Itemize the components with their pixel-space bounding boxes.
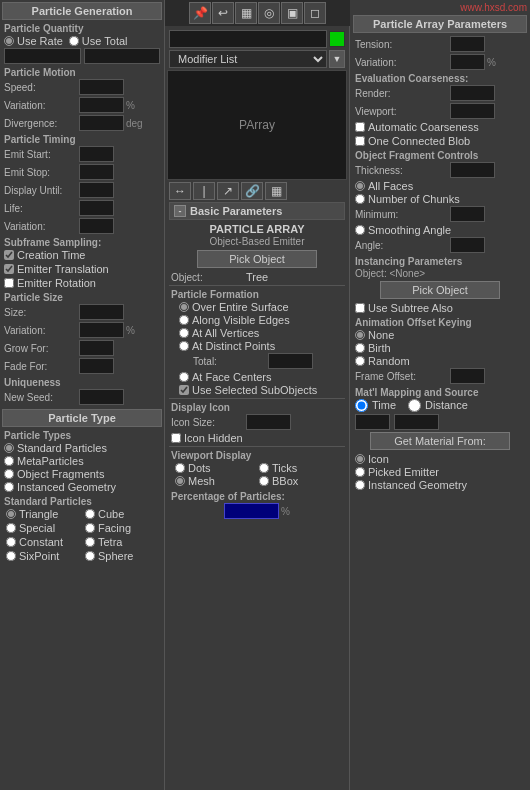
- standard-label: Standard Particles: [17, 442, 107, 454]
- mesh-radio[interactable]: [175, 476, 185, 486]
- num-chunks-radio[interactable]: [355, 194, 365, 204]
- size-input[interactable]: 0,022m: [79, 304, 124, 320]
- icon-square[interactable]: ◻: [304, 2, 326, 24]
- name-input[interactable]: PArray01: [169, 30, 327, 48]
- collapse-header[interactable]: - Basic Parameters: [169, 202, 345, 220]
- triangle-radio[interactable]: [6, 509, 16, 519]
- dropdown-arrow[interactable]: ▼: [329, 50, 345, 68]
- time-value-input[interactable]: 30: [355, 414, 390, 430]
- smoothing-radio[interactable]: [355, 225, 365, 235]
- use-rate-radio[interactable]: [4, 36, 14, 46]
- mesh-label: Mesh: [188, 475, 215, 487]
- icon-panel[interactable]: ▣: [281, 2, 303, 24]
- picked-emitter-radio[interactable]: [355, 467, 365, 477]
- render-input[interactable]: 0,017m: [450, 85, 495, 101]
- size-variation-input[interactable]: 1,14: [79, 322, 124, 338]
- object-value: Tree: [246, 271, 268, 283]
- sphere-radio[interactable]: [85, 551, 95, 561]
- sixpoint-radio[interactable]: [6, 551, 16, 561]
- total-input[interactable]: 812: [84, 48, 161, 64]
- icon-size-input[interactable]: 1,201m: [246, 414, 291, 430]
- vp-btn-link[interactable]: 🔗: [241, 182, 263, 200]
- meta-radio[interactable]: [4, 456, 14, 466]
- object-label: Object:: [171, 272, 246, 283]
- at-face-centers-radio[interactable]: [179, 372, 189, 382]
- none-anim-radio[interactable]: [355, 330, 365, 340]
- total-input[interactable]: 20: [268, 353, 313, 369]
- icon-circle[interactable]: ◎: [258, 2, 280, 24]
- special-row: Special: [4, 522, 81, 534]
- cube-radio[interactable]: [85, 509, 95, 519]
- emitter-translation-check[interactable]: [4, 264, 14, 274]
- emit-stop-input[interactable]: 30: [79, 164, 114, 180]
- tetra-radio[interactable]: [85, 537, 95, 547]
- icon-pin[interactable]: 📌: [189, 2, 211, 24]
- icon-hidden-check[interactable]: [171, 433, 181, 443]
- vp-btn-cursor[interactable]: |: [193, 182, 215, 200]
- icon-grid[interactable]: ▦: [235, 2, 257, 24]
- modifier-dropdown[interactable]: Modifier List: [169, 50, 327, 68]
- distance-value-input[interactable]: 2,54m: [394, 414, 439, 430]
- right-pick-object-btn[interactable]: Pick Object: [380, 281, 500, 299]
- variation2-input[interactable]: 0: [79, 218, 114, 234]
- emit-start-input[interactable]: -30: [79, 146, 114, 162]
- icon-undo[interactable]: ↩: [212, 2, 234, 24]
- at-distinct-radio[interactable]: [179, 341, 189, 351]
- frame-offset-input[interactable]: 0: [450, 368, 485, 384]
- tension-input[interactable]: 0,0: [450, 36, 485, 52]
- vp-btn-rotate[interactable]: ↗: [217, 182, 239, 200]
- new-seed-input[interactable]: 12345: [79, 389, 124, 405]
- icon-matl-radio[interactable]: [355, 454, 365, 464]
- get-material-btn[interactable]: Get Material From:: [370, 432, 510, 450]
- constant-radio[interactable]: [6, 537, 16, 547]
- random-radio[interactable]: [355, 356, 365, 366]
- facing-radio[interactable]: [85, 523, 95, 533]
- time-radio[interactable]: [355, 399, 368, 412]
- use-selected-check[interactable]: [179, 385, 189, 395]
- dots-radio[interactable]: [175, 463, 185, 473]
- life-input[interactable]: 31: [79, 200, 114, 216]
- use-subtree-check[interactable]: [355, 303, 365, 313]
- vp-btn-move[interactable]: ↔: [169, 182, 191, 200]
- use-total-radio[interactable]: [69, 36, 79, 46]
- fade-for-input[interactable]: 0: [79, 358, 114, 374]
- grow-for-input[interactable]: 0: [79, 340, 114, 356]
- rate-total-row: 11000 812: [2, 48, 162, 64]
- divergence-input[interactable]: 10,0: [79, 115, 124, 131]
- variation-input[interactable]: 0,0: [79, 97, 124, 113]
- distance-radio[interactable]: [408, 399, 421, 412]
- rate-input[interactable]: 11000: [4, 48, 81, 64]
- object-radio[interactable]: [4, 469, 14, 479]
- right-variation-input[interactable]: 0,0: [450, 54, 485, 70]
- pick-object-btn[interactable]: Pick Object: [197, 250, 317, 268]
- birth-radio[interactable]: [355, 343, 365, 353]
- emitter-rotation-check[interactable]: [4, 278, 14, 288]
- pct-input[interactable]: 100,0: [224, 503, 279, 519]
- one-connected-check[interactable]: [355, 136, 365, 146]
- ticks-radio[interactable]: [259, 463, 269, 473]
- display-until-input[interactable]: 100: [79, 182, 114, 198]
- variation-label: Variation:: [4, 100, 79, 111]
- instanced-geo-radio[interactable]: [355, 480, 365, 490]
- instanced-radio[interactable]: [4, 482, 14, 492]
- minimum-input[interactable]: 100: [450, 206, 485, 222]
- over-entire-radio[interactable]: [179, 302, 189, 312]
- all-faces-radio[interactable]: [355, 181, 365, 191]
- basic-params-section: - Basic Parameters PARTICLE ARRAY Object…: [167, 202, 347, 519]
- thickness-input[interactable]: 0,025m: [450, 162, 495, 178]
- standard-radio[interactable]: [4, 443, 14, 453]
- particle-generation-header[interactable]: Particle Generation: [2, 2, 162, 20]
- along-edges-radio[interactable]: [179, 315, 189, 325]
- at-all-vertices-radio[interactable]: [179, 328, 189, 338]
- new-seed-row: New Seed: 12345: [2, 389, 162, 405]
- angle-input[interactable]: 0,0: [450, 237, 485, 253]
- particle-type-header[interactable]: Particle Type: [2, 409, 162, 427]
- creation-time-check[interactable]: [4, 250, 14, 260]
- collapse-btn[interactable]: -: [174, 205, 186, 217]
- auto-coarseness-check[interactable]: [355, 122, 365, 132]
- bbox-radio[interactable]: [259, 476, 269, 486]
- vp-btn-grid[interactable]: ▦: [265, 182, 287, 200]
- right-viewport-input[interactable]: 2,587m: [450, 103, 495, 119]
- special-radio[interactable]: [6, 523, 16, 533]
- speed-input[interactable]: 0,0m: [79, 79, 124, 95]
